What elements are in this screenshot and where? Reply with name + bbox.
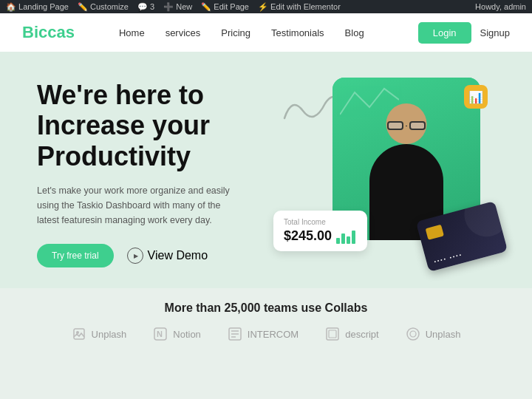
- login-button[interactable]: Login: [418, 22, 471, 44]
- svg-point-11: [410, 331, 416, 337]
- card-number-dots: •••• ••••: [434, 252, 463, 265]
- admin-bar-landing[interactable]: 🏠 Landing Page: [6, 2, 69, 12]
- hero-text: We're here to Increase your Productivity…: [37, 80, 273, 267]
- brands-section: More than 25,000 teams use Collabs Unpla…: [0, 288, 532, 352]
- svg-text:N: N: [157, 330, 163, 338]
- admin-bar-comments[interactable]: 💬 3: [137, 2, 154, 12]
- income-amount: $245.00: [284, 228, 332, 244]
- admin-bar-elementor[interactable]: ⚡ Edit with Elementor: [258, 2, 341, 12]
- income-label: Total Income: [284, 218, 357, 226]
- signup-button[interactable]: Signup: [480, 27, 510, 38]
- hero-image-area: 📊 Total Income $245.00 •••• ••••: [273, 78, 495, 270]
- nav-actions: Login Signup: [418, 22, 510, 44]
- nav-testimonials[interactable]: Testimonials: [271, 27, 324, 38]
- brand-notion: N Notion: [153, 327, 201, 341]
- try-free-button[interactable]: Try free trial: [37, 244, 114, 267]
- card-chip: [426, 225, 444, 240]
- svg-rect-9: [329, 330, 336, 338]
- play-icon: [127, 248, 143, 264]
- notion-icon: N: [153, 327, 168, 341]
- brands-list: Unplash N Notion INTERCOM descript Unpla…: [30, 327, 502, 341]
- unplash-2-icon: [406, 327, 420, 341]
- svg-point-10: [407, 328, 419, 340]
- brands-title: More than 25,000 teams use Collabs: [30, 301, 502, 315]
- nav-blog[interactable]: Blog: [345, 27, 364, 38]
- nav-home[interactable]: Home: [119, 27, 145, 38]
- hero-headline: We're here to Increase your Productivity: [37, 80, 273, 171]
- brand-descript: descript: [325, 327, 379, 341]
- brand-intercom-label: INTERCOM: [248, 329, 299, 340]
- intercom-icon: [228, 327, 242, 341]
- admin-bar-edit[interactable]: ✏️ Edit Page: [201, 2, 249, 12]
- navbar: Biccas Home services Pricing Testimonial…: [0, 13, 532, 52]
- income-card: Total Income $245.00: [273, 211, 367, 251]
- hero-buttons: Try free trial View Demo: [37, 244, 273, 267]
- income-value: $245.00: [284, 228, 357, 244]
- hero-section: We're here to Increase your Productivity…: [0, 52, 532, 288]
- brand-unplash-2: Unplash: [406, 327, 461, 341]
- descript-icon: [325, 327, 340, 341]
- nav-services[interactable]: services: [166, 27, 201, 38]
- svg-rect-8: [327, 328, 338, 340]
- svg-rect-0: [74, 329, 84, 339]
- admin-bar-new[interactable]: ➕ New: [163, 2, 192, 12]
- brand-notion-label: Notion: [173, 329, 201, 340]
- mini-chart: [336, 229, 357, 244]
- site-logo[interactable]: Biccas: [22, 23, 75, 42]
- hero-description: Let's make your work more organize and e…: [37, 183, 244, 228]
- admin-bar-customize[interactable]: ✏️ Customize: [78, 2, 129, 12]
- view-demo-button[interactable]: View Demo: [127, 248, 208, 264]
- view-demo-label: View Demo: [148, 249, 208, 262]
- admin-bar-howdy: Howdy, admin: [475, 2, 526, 11]
- brand-unplash-2-label: Unplash: [426, 329, 461, 340]
- brand-unplash-1: Unplash: [72, 327, 127, 341]
- brand-descript-label: descript: [345, 329, 379, 340]
- unplash-1-icon: [72, 327, 86, 341]
- brand-intercom: INTERCOM: [228, 327, 299, 341]
- nav-pricing[interactable]: Pricing: [221, 27, 250, 38]
- chart-badge: 📊: [464, 85, 488, 109]
- brand-unplash-1-label: Unplash: [92, 329, 127, 340]
- nav-links: Home services Pricing Testimonials Blog: [119, 26, 418, 39]
- squiggle-decoration: [281, 89, 340, 133]
- admin-bar: 🏠 Landing Page ✏️ Customize 💬 3 ➕ New ✏️…: [0, 0, 532, 13]
